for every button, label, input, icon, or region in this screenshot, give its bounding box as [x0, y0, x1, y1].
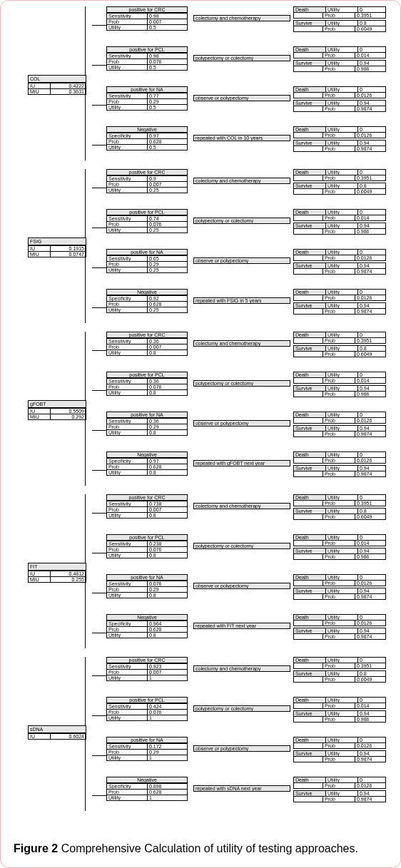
- outcome-prob-row: Prob0.9874: [294, 431, 385, 436]
- outcome-spacer: [294, 215, 323, 220]
- outcome-utility-key: Utility: [326, 332, 358, 337]
- condition-row: Utility0.8: [107, 552, 187, 558]
- outcome-utility-key: Utility: [326, 141, 358, 145]
- outcome-group: DeathUtility0Prob0.014SurviveUtility0.94…: [293, 372, 386, 399]
- outcome-utility-key: Utility: [326, 575, 358, 580]
- outcome-label: Death: [294, 737, 326, 742]
- outcome-header-row: SurviveUtility0.94: [294, 141, 385, 145]
- outcome-prob-key: Prob: [323, 215, 355, 220]
- test-root-box: gFOBTIU0.5509MIU0.292: [28, 400, 86, 420]
- condition-box: positive for PCLSensitivity0.36Prob0.076…: [106, 372, 188, 396]
- test-root-box: COLIU0.4222MIU0.3631: [28, 75, 86, 95]
- outcome-box: DeathUtility0Prob0.0126: [293, 126, 386, 138]
- condition-box: NegativeSpecificity0.898Prob0.628Utility…: [106, 777, 188, 801]
- outcome-prob-value: 0.9874: [355, 146, 385, 151]
- condition-value: 0.007: [148, 670, 187, 675]
- outcome-prob-row: Prob0.3951: [294, 337, 385, 343]
- outcome-utility-value: 0: [358, 698, 385, 703]
- condition-key: Sensitivity: [107, 664, 148, 669]
- outcome-utility-key: Utility: [326, 588, 358, 593]
- outcome-prob-row: Prob0.0126: [294, 457, 385, 463]
- outcome-prob-value: 0.6049: [355, 677, 385, 682]
- outcome-prob-key: Prob: [323, 66, 355, 71]
- outcome-label: Death: [294, 250, 326, 255]
- root-metric-key: IU: [29, 409, 51, 414]
- condition-value: 0.076: [148, 384, 187, 389]
- outcome-prob-row: Prob0.3951: [294, 175, 385, 180]
- condition-header: Negative: [107, 290, 187, 295]
- root-metric-key: IU: [29, 734, 51, 739]
- outcome-spacer: [294, 717, 323, 722]
- test-block: FSIGIU0.1915MIU0.0747positive for CRCSen…: [6, 169, 395, 327]
- outcome-utility-value: 0: [358, 412, 385, 417]
- outcome-prob-row: Prob0.6049: [294, 26, 385, 31]
- caption-label: Figure 2: [14, 842, 58, 854]
- outcome-utility-value: 0.94: [358, 303, 385, 308]
- condition-row: Utility0.5: [107, 144, 187, 150]
- condition-key: Utility: [107, 105, 148, 110]
- outcome-prob-value: 0.0126: [355, 743, 385, 748]
- branch: positive for PCLSensitivity0.74Prob0.076…: [106, 209, 395, 247]
- outcome-header-row: SurviveUtility0.8: [294, 671, 385, 676]
- condition-value: 0.36: [148, 339, 187, 344]
- condition-key: Utility: [107, 25, 148, 30]
- outcome-spacer: [294, 432, 323, 436]
- outcome-prob-value: 0.9874: [355, 269, 385, 274]
- condition-row: Sensitivity0.74: [107, 215, 187, 221]
- outcome-box: DeathUtility0Prob0.014: [293, 46, 386, 58]
- outcome-prob-key: Prob: [323, 392, 355, 397]
- outcome-prob-row: Prob0.9874: [294, 268, 385, 274]
- condition-box: positive for PCLSensitivity0.424Prob0.07…: [106, 697, 188, 721]
- outcome-prob-key: Prob: [323, 133, 355, 138]
- outcome-box: DeathUtility0Prob0.0126: [293, 574, 386, 586]
- outcome-prob-value: 0.6049: [355, 26, 385, 31]
- condition-key: Utility: [107, 553, 148, 558]
- outcome-prob-value: 0.0126: [355, 93, 385, 98]
- outcome-spacer: [294, 514, 323, 519]
- condition-key: Utility: [107, 65, 148, 70]
- outcome-prob-key: Prob: [323, 634, 355, 639]
- branch: NegativeSpecificity0.898Prob0.628Utility…: [106, 777, 395, 815]
- condition-key: Prob: [107, 710, 148, 715]
- outcome-utility-key: Utility: [326, 548, 358, 553]
- outcome-prob-value: 0.0126: [355, 255, 385, 260]
- outcome-utility-value: 0.94: [358, 141, 385, 145]
- outcome-prob-value: 0.986: [355, 229, 385, 234]
- condition-row: Utility0.5: [107, 64, 187, 70]
- outcome-header-row: SurviveUtility0.94: [294, 751, 385, 756]
- outcome-prob-key: Prob: [323, 797, 355, 802]
- condition-value: 0.25: [148, 188, 187, 193]
- condition-row: Utility0.8: [107, 592, 187, 598]
- outcome-spacer: [294, 703, 323, 708]
- condition-key: Sensitivity: [107, 744, 148, 749]
- condition-value: 0.076: [148, 710, 187, 715]
- condition-header: positive for CRC: [107, 7, 187, 13]
- outcome-spacer: [294, 663, 323, 668]
- condition-key: Prob: [107, 750, 148, 755]
- condition-box: positive for PCLSensitivity0.238Prob0.07…: [106, 534, 188, 558]
- branch-container: positive for CRCSensitivity0.98Prob0.007…: [106, 6, 395, 165]
- outcome-prob-row: Prob0.0126: [294, 417, 385, 423]
- outcome-prob-row: Prob0.6049: [294, 188, 385, 194]
- outcome-label: Death: [294, 7, 326, 12]
- condition-value: 0.8: [148, 390, 187, 395]
- condition-value: 0.8: [148, 553, 187, 558]
- condition-value: 0.98: [148, 53, 187, 58]
- outcome-utility-key: Utility: [326, 47, 358, 52]
- test-block: gFOBTIU0.5509MIU0.292positive for CRCSen…: [6, 332, 395, 490]
- action-label: observe or polypectomy: [193, 745, 290, 752]
- outcome-spacer: [294, 295, 323, 300]
- decision-tree: COLIU0.4222MIU0.3631positive for CRCSens…: [6, 6, 395, 815]
- outcome-spacer: [294, 621, 323, 626]
- outcome-utility-key: Utility: [326, 263, 358, 268]
- outcome-label: Death: [294, 452, 326, 457]
- root-metric-row: IU0.1915: [29, 245, 86, 251]
- condition-key: Utility: [107, 307, 148, 312]
- outcome-utility-value: 0.8: [358, 671, 385, 676]
- action-label: repeated with COL in 10 years: [193, 135, 290, 141]
- condition-value: 0.738: [148, 501, 187, 506]
- outcome-label: Survive: [294, 61, 326, 66]
- condition-row: Specificity0.97: [107, 133, 187, 138]
- outcome-prob-value: 0.9874: [355, 594, 385, 599]
- condition-value: 0.97: [148, 459, 187, 464]
